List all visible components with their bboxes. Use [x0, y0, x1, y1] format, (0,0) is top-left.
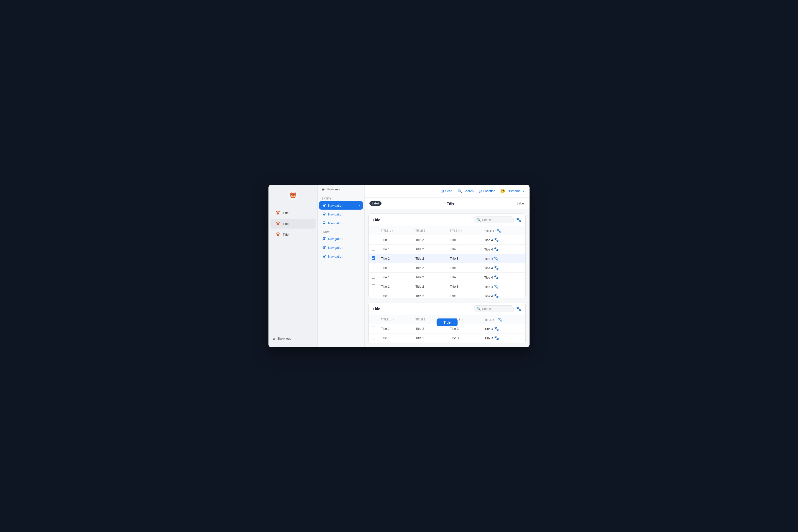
- row-paw-icon[interactable]: 🐾: [494, 238, 499, 242]
- sidebar-item-2[interactable]: Title: [270, 219, 316, 229]
- svg-point-50: [323, 237, 324, 238]
- row-checkbox[interactable]: [372, 275, 375, 279]
- cell-col1: Title 1: [378, 254, 413, 263]
- cell-col3: Title 3: [447, 254, 481, 263]
- row-checkbox[interactable]: [372, 294, 375, 297]
- checkbox-cell[interactable]: [369, 273, 378, 282]
- page-title: Title: [384, 201, 517, 205]
- row-checkbox[interactable]: [372, 238, 375, 241]
- cell-col4: Title 4 🐾: [481, 273, 525, 282]
- checkbox-cell[interactable]: [369, 254, 378, 263]
- checkbox-cell[interactable]: [369, 235, 378, 245]
- search-action[interactable]: 🔍 Search: [457, 189, 474, 193]
- checkbox-cell[interactable]: [369, 291, 378, 299]
- left-sidebar: Title Title Title: [268, 185, 318, 347]
- sort-arrow-1: ↑: [392, 229, 393, 232]
- paw-button-2[interactable]: 🐾: [516, 306, 521, 311]
- main-content: ⊞ Scan 🔍 Search ◎ Location 😊 Firstname S…: [364, 185, 530, 347]
- checkbox-cell-2[interactable]: [369, 334, 378, 343]
- table-row[interactable]: Title 1 Title 2 Title 3 Title 4 🐾: [369, 254, 525, 263]
- table-row[interactable]: Title 1 Title 2 Title 3 Title 4 🐾: [369, 245, 525, 254]
- svg-point-43: [323, 214, 325, 215]
- table-2-header: Title 🔍 🐾: [369, 302, 525, 315]
- checkbox-cell[interactable]: [369, 245, 378, 254]
- table-row[interactable]: Title 1 Title 2 Title 3 Title 4 🐾: [369, 282, 525, 291]
- svg-point-10: [292, 194, 292, 195]
- row-checkbox[interactable]: [372, 256, 375, 260]
- table-row[interactable]: Title 1 Title 2 Title 3 Title 4 🐾: [369, 273, 525, 282]
- table-row[interactable]: Title 1 Title 2 Title 3 Title 4 🐾: [369, 343, 525, 343]
- nav-flow-1[interactable]: Navigation: [319, 234, 363, 243]
- row-paw-icon[interactable]: 🐾: [494, 266, 499, 270]
- nav-flow-3[interactable]: Navigation: [319, 252, 363, 261]
- check-col-header: [369, 226, 378, 235]
- search-input-1[interactable]: [482, 218, 511, 222]
- nav-entity-2[interactable]: Navigation: [319, 210, 363, 218]
- cell-col4: Title 4 🐾: [481, 282, 525, 291]
- sidebar-label-2: Title: [283, 222, 289, 226]
- nav-flow-2[interactable]: Navigation: [319, 243, 363, 252]
- cell-col4: Title 4 🐾: [481, 254, 525, 263]
- show-less-icon: [272, 337, 276, 340]
- search-box-2[interactable]: 🔍: [474, 305, 514, 312]
- row-checkbox[interactable]: [372, 284, 375, 288]
- svg-point-55: [323, 246, 324, 247]
- nav-entity-1[interactable]: Navigation ›: [319, 201, 363, 210]
- svg-point-48: [323, 223, 325, 224]
- row-checkbox[interactable]: [372, 247, 375, 250]
- table-1-title: Title: [373, 218, 474, 222]
- svg-point-61: [324, 255, 325, 255]
- row-paw-icon[interactable]: 🐾: [494, 275, 499, 279]
- table-card-2: Title 🔍 🐾 TITLE 1 ↑ TITLE 2 ↑ TITLE 3 ↑: [368, 302, 526, 343]
- middle-panel: Show less ENTITY Navigation › Navigation…: [318, 185, 364, 347]
- cell-col2: Title 2: [413, 291, 447, 299]
- content-area: Title 🔍 🐾 TITLE 1↑ TITLE 2↑ TITLE 3↑: [364, 209, 530, 347]
- location-action[interactable]: ◎ Location: [478, 189, 495, 193]
- app-container: Title Title Title: [268, 185, 530, 347]
- svg-point-49: [323, 238, 323, 238]
- svg-point-18: [276, 222, 277, 223]
- row-paw-icon[interactable]: 🐾: [494, 247, 499, 251]
- table-header-row-1: TITLE 1↑ TITLE 2↑ TITLE 3↑ TITLE 4↑🐾: [369, 226, 525, 235]
- col-title-1: TITLE 1: [381, 229, 391, 232]
- sidebar-item-1[interactable]: Title: [270, 208, 316, 218]
- svg-point-53: [323, 239, 325, 240]
- row-checkbox[interactable]: [372, 266, 375, 269]
- row-paw-icon[interactable]: 🐾: [494, 256, 499, 261]
- svg-point-15: [278, 211, 279, 212]
- row-paw-icon-2[interactable]: 🐾: [494, 327, 499, 331]
- nav-entity-3[interactable]: Navigation: [319, 219, 363, 227]
- cell2-col3: Title 3: [447, 343, 481, 343]
- show-less-top[interactable]: Show less: [318, 185, 364, 194]
- scan-action[interactable]: ⊞ Scan: [441, 189, 453, 193]
- row-paw-icon[interactable]: 🐾: [494, 284, 499, 289]
- search-box-1[interactable]: 🔍: [474, 216, 514, 223]
- paw-button-1[interactable]: 🐾: [516, 217, 521, 223]
- data-table-1: TITLE 1↑ TITLE 2↑ TITLE 3↑ TITLE 4↑🐾 Tit…: [369, 226, 525, 298]
- checkbox-cell-2[interactable]: [369, 324, 378, 334]
- table-row[interactable]: Title 1 Title 2 Title 3 Title 4 🐾: [369, 324, 525, 334]
- table-row[interactable]: Title 1 Title 2 Title 3 Title 4 🐾: [369, 235, 525, 245]
- table-row[interactable]: Title 1 Title 2 Title 3 Title 4 🐾: [369, 291, 525, 299]
- paw-icon-2: [276, 221, 280, 226]
- table-row[interactable]: Title 1 Title 2 Title 3 Title 4 🐾: [369, 263, 525, 273]
- row-checkbox-2[interactable]: [372, 327, 375, 330]
- table-row[interactable]: Title 1 Title 2 Title 3 Title 4 🐾: [369, 334, 525, 343]
- checkbox-cell-2[interactable]: [369, 343, 378, 343]
- cell-col3: Title 3: [447, 235, 481, 245]
- sidebar-item-3[interactable]: Title: [270, 230, 316, 240]
- svg-point-58: [323, 247, 325, 249]
- search-input-2[interactable]: [482, 307, 511, 310]
- row-paw-icon-2[interactable]: 🐾: [494, 336, 499, 340]
- svg-point-16: [279, 211, 280, 212]
- row-paw-icon[interactable]: 🐾: [494, 294, 499, 298]
- row-checkbox-2[interactable]: [372, 336, 375, 339]
- checkbox-cell[interactable]: [369, 282, 378, 291]
- show-less-bottom[interactable]: Show less: [268, 335, 318, 342]
- user-action[interactable]: 😊 Firstname S.: [500, 189, 525, 193]
- svg-point-8: [291, 194, 292, 195]
- checkbox-cell[interactable]: [369, 263, 378, 273]
- cell2-col4: Title 4 🐾: [481, 324, 525, 334]
- nav-flow-paw-3: [322, 254, 326, 258]
- nav-entity-3-label: Navigation: [328, 222, 343, 225]
